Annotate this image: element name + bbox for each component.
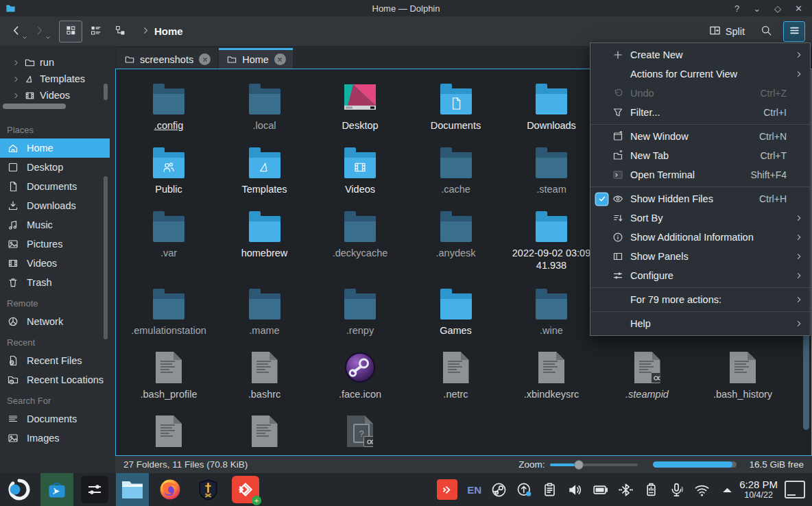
menu-item-open-terminal[interactable]: Open TerminalShift+F4 (590, 165, 810, 184)
expander-icon[interactable] (12, 92, 20, 99)
tray-steam[interactable] (491, 482, 507, 498)
file-item-deckycache[interactable]: .deckycache (313, 208, 408, 259)
checkbox-checked-icon[interactable] (596, 193, 608, 205)
breadcrumb-home[interactable]: Home (154, 25, 183, 37)
menu-item-actions-for-current-view[interactable]: Actions for Current View (590, 64, 810, 84)
icons-view-button[interactable] (59, 21, 82, 43)
launcher-system-settings[interactable] (78, 473, 111, 506)
menu-item-for-79-more-actions[interactable]: For 79 more actions: (590, 290, 810, 309)
maximize-button[interactable]: ◇ (774, 3, 781, 14)
sidebar-item-documents[interactable]: Documents (0, 409, 110, 429)
file-item-homebrew[interactable]: homebrew (217, 208, 312, 259)
menu-item-new-window[interactable]: New WindowCtrl+N (590, 127, 810, 146)
file-item-downloads[interactable]: Downloads (504, 80, 599, 132)
tree-item-run[interactable]: run (0, 54, 115, 71)
tray-microphone[interactable] (669, 482, 684, 498)
file-item-local[interactable]: .local (217, 80, 312, 132)
tree-scrollbar[interactable] (104, 84, 108, 100)
tray-keyboard-layout[interactable]: EN (467, 484, 481, 496)
file-item-videos[interactable]: Videos (313, 144, 408, 195)
launcher-anydesk[interactable]: + (229, 473, 262, 506)
search-button[interactable] (756, 22, 776, 41)
file-item-cache[interactable]: .cache (408, 144, 503, 195)
tree-item-templates[interactable]: Templates (0, 71, 115, 87)
show-desktop-button[interactable] (785, 481, 805, 498)
clock[interactable]: 6:28 PM 10/4/22 (739, 479, 778, 501)
file-item-steampid[interactable]: .steampid (599, 349, 695, 400)
sidebar-item-trash[interactable]: Trash (0, 273, 110, 292)
file-item-var[interactable]: .var (121, 208, 217, 259)
file-item-emulationstation[interactable]: .emulationstation (121, 285, 217, 337)
file-item-anydesk[interactable]: .anydesk (408, 208, 503, 259)
menu-item-sort-by[interactable]: Sort By (590, 208, 810, 228)
tab-screenshots[interactable]: screenshots (117, 48, 217, 69)
sidebar-item-home[interactable]: Home (0, 138, 110, 158)
file-item-wine[interactable]: .wine (504, 285, 599, 337)
forward-button[interactable] (30, 23, 48, 40)
split-button[interactable]: Split (705, 22, 749, 41)
places-scrollbar[interactable] (104, 176, 108, 339)
tray-bluetooth[interactable] (618, 482, 634, 498)
sidebar-item-network[interactable]: Network (0, 312, 110, 331)
tray-wifi[interactable] (694, 482, 710, 498)
sidebar-item-desktop[interactable]: Desktop (0, 158, 110, 177)
minimize-button[interactable]: ⌄ (753, 3, 761, 14)
menu-item-help[interactable]: Help (590, 314, 810, 333)
menu-item-show-additional-information[interactable]: Show Additional Information (590, 228, 810, 247)
launcher-firefox[interactable] (154, 473, 187, 506)
file-item-xbindkeysrc[interactable]: .xbindkeysrc (504, 349, 599, 400)
menu-item-show-hidden-files[interactable]: Show Hidden FilesCtrl+H (590, 189, 810, 208)
tree-item-videos[interactable]: Videos (0, 87, 115, 104)
menu-item-create-new[interactable]: Create New (590, 45, 810, 64)
file-item-face-icon[interactable]: .face.icon (313, 349, 408, 400)
launcher-discover[interactable] (40, 473, 73, 506)
sidebar-item-videos[interactable]: Videos (0, 254, 110, 273)
tray-expand-tray[interactable] (719, 482, 735, 498)
sidebar-item-images[interactable]: Images (0, 429, 110, 448)
tray-anydesk-tray[interactable] (437, 479, 457, 500)
file-item-netrc[interactable]: .netrc (408, 349, 503, 400)
menu-item-show-panels[interactable]: Show Panels (590, 247, 810, 266)
file-item-games[interactable]: Games (408, 285, 503, 337)
file-item-2022-09-02-03-09-41-938[interactable]: 2022-09-02 03:09 41.938 (504, 208, 599, 272)
file-item-bashrc[interactable]: .bashrc (217, 349, 312, 400)
tree-horizontal-scrollbar[interactable] (3, 104, 66, 109)
launcher-app-launcher[interactable] (3, 473, 36, 506)
file-item-desktop[interactable]: Desktop (313, 80, 408, 132)
menu-item-configure[interactable]: Configure (590, 266, 810, 285)
back-history-caret-icon[interactable] (22, 32, 27, 43)
zoom-slider[interactable] (550, 460, 638, 470)
menu-item-new-tab[interactable]: New TabCtrl+T (590, 146, 810, 165)
menu-item-undo[interactable]: UndoCtrl+Z (590, 84, 810, 103)
tree-view-button[interactable] (108, 21, 132, 43)
tab-home[interactable]: Home (219, 48, 293, 69)
file-item-item[interactable] (217, 413, 312, 447)
expander-icon[interactable] (12, 59, 20, 67)
forward-history-caret-icon[interactable] (45, 32, 51, 43)
menu-item-filter[interactable]: Filter...Ctrl+I (590, 103, 810, 122)
help-button[interactable]: ? (735, 3, 739, 14)
tray-volume[interactable] (567, 482, 583, 498)
sidebar-item-recent-locations[interactable]: Recent Locations (0, 370, 110, 389)
file-item-item[interactable]: ? (313, 413, 408, 447)
file-item-mame[interactable]: .mame (217, 285, 312, 337)
details-view-button[interactable] (84, 21, 107, 43)
close-icon[interactable] (274, 53, 286, 65)
sidebar-item-pictures[interactable]: Pictures (0, 234, 110, 254)
file-item-bash-profile[interactable]: .bash_profile (121, 349, 217, 400)
tray-battery[interactable] (593, 482, 608, 498)
sidebar-item-downloads[interactable]: Downloads (0, 196, 110, 215)
sidebar-item-documents[interactable]: Documents (0, 177, 110, 196)
file-item-templates[interactable]: Templates (217, 144, 312, 195)
back-button[interactable] (7, 23, 25, 40)
file-item-documents[interactable]: Documents (408, 80, 503, 132)
sidebar-item-recent-files[interactable]: Recent Files (0, 351, 110, 370)
file-item-config[interactable]: .config (121, 80, 217, 132)
launcher-heroic-games[interactable] (191, 473, 224, 506)
sidebar-item-music[interactable]: Music (0, 215, 110, 234)
tray-removable-device[interactable] (643, 482, 659, 498)
zoom-slider-handle[interactable] (574, 460, 584, 470)
file-item-renpy[interactable]: .renpy (313, 285, 408, 337)
tray-clipboard[interactable] (542, 482, 558, 498)
expander-icon[interactable] (12, 75, 20, 83)
